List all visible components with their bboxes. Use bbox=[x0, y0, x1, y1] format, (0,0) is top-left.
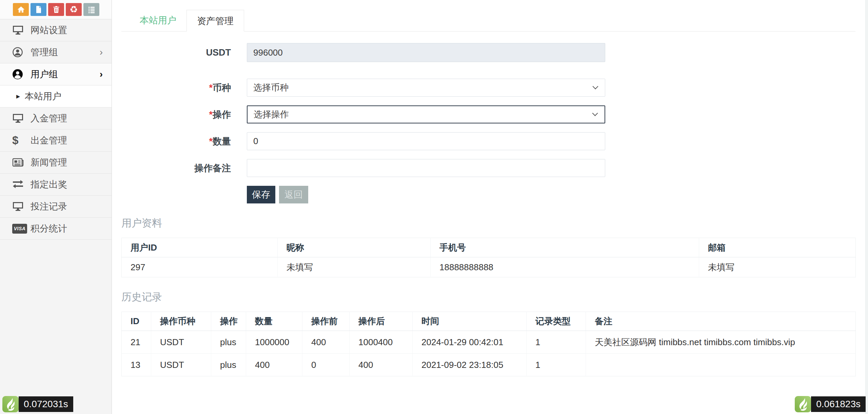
col-record-type: 记录类型 bbox=[527, 312, 586, 331]
tab-asset-management[interactable]: 资产管理 bbox=[186, 10, 244, 32]
tab-site-users[interactable]: 本站用户 bbox=[130, 9, 186, 31]
trace-badge-left: 0.072031s bbox=[2, 396, 73, 412]
cell-operation: plus bbox=[211, 331, 246, 354]
remark-input[interactable] bbox=[247, 159, 605, 177]
cell-user-id: 297 bbox=[122, 257, 278, 277]
save-button[interactable]: 保存 bbox=[247, 186, 275, 203]
sidebar-item-points-stats[interactable]: VISA 积分统计 bbox=[0, 218, 112, 240]
desktop-icon bbox=[12, 113, 31, 123]
table-row: 297 未填写 18888888888 未填写 bbox=[122, 257, 856, 277]
home-button[interactable] bbox=[13, 3, 29, 16]
operation-label: *操作 bbox=[121, 109, 247, 121]
sidebar-item-admin-group[interactable]: 管理组 › bbox=[0, 41, 112, 63]
cell-record-type: 1 bbox=[527, 354, 586, 376]
cell-nickname: 未填写 bbox=[278, 257, 431, 277]
sidebar-item-label: 本站用户 bbox=[25, 90, 61, 102]
cell-after: 400 bbox=[350, 354, 413, 376]
sidebar-item-deposit[interactable]: 入金管理 bbox=[0, 107, 112, 130]
col-operation: 操作 bbox=[211, 312, 246, 331]
amount-label: *数量 bbox=[121, 135, 247, 147]
user-circle-outline-icon bbox=[12, 47, 31, 58]
col-amount: 数量 bbox=[246, 312, 302, 331]
sidebar-item-user-group[interactable]: 用户组 › bbox=[0, 63, 112, 85]
chevron-down-icon bbox=[593, 83, 598, 89]
col-id: ID bbox=[122, 312, 151, 331]
form-buttons: 保存 返回 bbox=[247, 186, 855, 203]
table-header-row: 用户ID 昵称 手机号 邮箱 bbox=[122, 238, 856, 257]
usdt-balance-field[interactable] bbox=[247, 43, 605, 62]
col-phone: 手机号 bbox=[431, 238, 699, 257]
scrollbar-track[interactable] bbox=[865, 0, 868, 414]
table-row: 21 USDT plus 1000000 400 1000400 2024-01… bbox=[122, 331, 856, 354]
thinkphp-logo-icon[interactable] bbox=[795, 396, 811, 412]
desktop-icon bbox=[12, 25, 31, 35]
cell-email: 未填写 bbox=[699, 257, 856, 277]
user-circle-solid-icon bbox=[12, 69, 31, 80]
sidebar-item-label: 新闻管理 bbox=[31, 156, 67, 169]
sidebar-item-bet-records[interactable]: 投注记录 bbox=[0, 196, 112, 218]
history-title: 历史记录 bbox=[121, 290, 855, 304]
sidebar-item-site-users[interactable]: ▸ 本站用户 bbox=[0, 85, 112, 107]
col-email: 邮箱 bbox=[699, 238, 856, 257]
sidebar-item-site-settings[interactable]: 网站设置 bbox=[0, 19, 112, 41]
sidebar: ♻︎ 网站设置 管理组 › 用户组 bbox=[0, 0, 112, 414]
cell-time: 2021-09-02 23:18:05 bbox=[413, 354, 527, 376]
caret-right-icon: ▸ bbox=[16, 92, 20, 101]
new-file-button[interactable] bbox=[31, 3, 46, 16]
cell-currency: USDT bbox=[151, 354, 211, 376]
currency-select[interactable]: 选择币种 bbox=[247, 79, 605, 97]
trace-badge-right: 0.061823s bbox=[795, 396, 866, 412]
form-row-usdt: USDT bbox=[121, 43, 855, 62]
user-profile-title: 用户资料 bbox=[121, 216, 855, 230]
home-icon bbox=[17, 5, 25, 14]
amount-input[interactable] bbox=[247, 132, 605, 150]
sidebar-item-label: 积分统计 bbox=[31, 222, 67, 235]
currency-select-value: 选择币种 bbox=[253, 82, 289, 94]
clear-cache-button[interactable]: ♻︎ bbox=[66, 3, 82, 16]
cell-amount: 400 bbox=[246, 354, 302, 376]
remark-label: 操作备注 bbox=[121, 162, 247, 174]
cell-record-type: 1 bbox=[527, 331, 586, 354]
col-currency: 操作币种 bbox=[151, 312, 211, 331]
cell-currency: USDT bbox=[151, 331, 211, 354]
sidebar-item-label: 网站设置 bbox=[31, 24, 67, 36]
back-button[interactable]: 返回 bbox=[279, 186, 308, 203]
form-row-operation: *操作 选择操作 bbox=[121, 105, 855, 123]
cell-after: 1000400 bbox=[350, 331, 413, 354]
cell-note: 天美社区源码网 timibbs.net timibbs.com timibbs.… bbox=[586, 331, 856, 354]
user-profile-table: 用户ID 昵称 手机号 邮箱 297 未填写 18888888888 未填写 bbox=[121, 238, 856, 277]
sidebar-toolbar: ♻︎ bbox=[0, 0, 112, 19]
sidebar-item-label: 用户组 bbox=[31, 68, 58, 80]
thinkphp-logo-icon[interactable] bbox=[2, 396, 19, 412]
history-table: ID 操作币种 操作 数量 操作前 操作后 时间 记录类型 备注 21 USDT… bbox=[121, 312, 856, 376]
table-header-row: ID 操作币种 操作 数量 操作前 操作后 时间 记录类型 备注 bbox=[122, 312, 856, 331]
chevron-down-icon bbox=[592, 110, 598, 116]
log-list-button[interactable] bbox=[83, 3, 99, 16]
form-row-remark: 操作备注 bbox=[121, 159, 855, 177]
page-load-time: 0.061823s bbox=[811, 396, 866, 412]
sidebar-item-prize[interactable]: 指定出奖 bbox=[0, 174, 112, 196]
col-note: 备注 bbox=[586, 312, 856, 331]
cell-note bbox=[586, 354, 856, 376]
delete-button[interactable] bbox=[48, 3, 64, 16]
sidebar-item-label: 指定出奖 bbox=[31, 178, 67, 191]
desktop-icon bbox=[12, 201, 31, 212]
usdt-label: USDT bbox=[121, 47, 247, 58]
sidebar-item-label: 管理组 bbox=[31, 46, 58, 58]
sidebar-item-news[interactable]: 新闻管理 bbox=[0, 152, 112, 174]
sidebar-item-label: 投注记录 bbox=[31, 200, 67, 213]
cell-phone: 18888888888 bbox=[431, 257, 699, 277]
col-user-id: 用户ID bbox=[122, 238, 278, 257]
page-load-time: 0.072031s bbox=[19, 396, 73, 412]
visa-icon: VISA bbox=[12, 224, 31, 234]
cell-time: 2024-01-29 00:42:01 bbox=[413, 331, 527, 354]
cell-id: 21 bbox=[122, 331, 151, 354]
sidebar-item-withdraw[interactable]: $ 出金管理 bbox=[0, 130, 112, 152]
main-content: 本站用户 资产管理 USDT *币种 选择币种 bbox=[112, 0, 855, 414]
dollar-icon: $ bbox=[12, 134, 31, 147]
operation-select-value: 选择操作 bbox=[254, 109, 289, 120]
operation-select[interactable]: 选择操作 bbox=[247, 105, 605, 123]
chevron-right-icon: › bbox=[100, 47, 103, 58]
trash-icon bbox=[52, 5, 60, 14]
exchange-icon bbox=[12, 180, 31, 189]
